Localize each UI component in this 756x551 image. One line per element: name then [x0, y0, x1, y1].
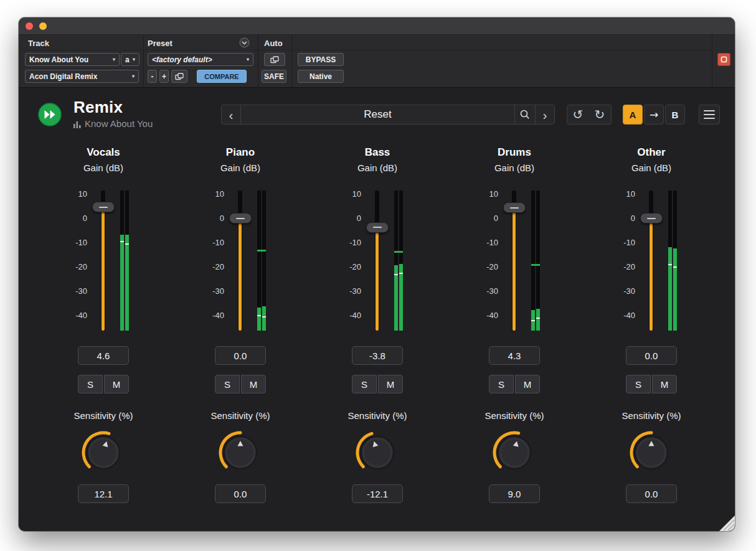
fader-scale-label: -40: [623, 311, 635, 320]
gain-fader-track[interactable]: [238, 191, 242, 331]
gain-fader-track[interactable]: [649, 191, 653, 331]
sensitivity-value-field[interactable]: 0.0: [626, 484, 677, 503]
close-button[interactable]: [26, 22, 33, 30]
native-button[interactable]: Native: [298, 70, 344, 83]
target-button[interactable]: [717, 53, 730, 66]
track-selector[interactable]: Know About You ▾: [25, 53, 120, 66]
auto-enable-button[interactable]: [264, 53, 285, 66]
compare-button[interactable]: COMPARE: [197, 70, 247, 83]
meter-left-channel: [531, 191, 535, 331]
gain-value-field[interactable]: 4.3: [489, 346, 540, 365]
sensitivity-knob[interactable]: [79, 428, 128, 477]
solo-mute-group: S M: [489, 375, 540, 393]
gain-value-field[interactable]: 0.0: [215, 346, 266, 365]
meter-peak-line: [120, 241, 124, 242]
sensitivity-value-field[interactable]: 9.0: [489, 484, 540, 503]
host-toolbar: Track Preset Auto Know About You ▾ a ▾ <…: [19, 35, 735, 88]
level-meter: [668, 191, 677, 331]
channel-name: Bass: [365, 145, 390, 160]
sensitivity-value-field[interactable]: -12.1: [352, 484, 403, 503]
window-titlebar[interactable]: [19, 17, 735, 35]
previous-preset-button[interactable]: ‹: [222, 105, 240, 124]
gain-label: Gain (dB): [357, 161, 397, 175]
mute-button[interactable]: M: [104, 375, 129, 393]
gain-fader-handle[interactable]: [640, 213, 663, 224]
preset-name-value: Reset: [364, 108, 391, 121]
solo-button[interactable]: S: [352, 375, 377, 393]
gain-fader-handle[interactable]: [92, 202, 115, 212]
sensitivity-value-field[interactable]: 0.0: [215, 484, 266, 503]
redo-button[interactable]: ↻: [588, 105, 612, 125]
preset-increment-button[interactable]: +: [159, 70, 169, 83]
fader-scale-label: -10: [349, 238, 361, 247]
sensitivity-value-field[interactable]: 12.1: [78, 484, 129, 503]
meter-right-channel: [536, 191, 540, 331]
meter-left-channel: [120, 191, 124, 331]
next-preset-button[interactable]: ›: [536, 105, 554, 124]
sensitivity-label: Sensitivity (%): [621, 410, 681, 422]
gain-fader-track[interactable]: [375, 191, 379, 331]
automation-icon: [270, 56, 279, 64]
chevron-down-icon: ▾: [113, 57, 115, 62]
ab-copy-arrow-button[interactable]: →: [644, 105, 664, 125]
gain-value-field[interactable]: 4.6: [78, 346, 129, 365]
fader-fill: [513, 207, 516, 331]
resize-grip[interactable]: [719, 515, 735, 531]
fader-scale-label: 0: [83, 214, 87, 223]
channel-strip-drums: Drums Gain (dB) 100-10-20-30-40 4.3 S M …: [446, 145, 583, 503]
gain-value-field[interactable]: 0.0: [626, 346, 677, 365]
undo-button[interactable]: ↺: [567, 105, 589, 125]
toolbar-separator: [291, 35, 292, 87]
meter-left-channel: [668, 191, 672, 331]
fader-area: 100-10-20-30-40: [172, 180, 309, 336]
meter-right-channel: [673, 191, 677, 331]
remix-logo-icon: [38, 103, 62, 126]
bypass-button[interactable]: BYPASS: [298, 53, 344, 66]
sensitivity-knob[interactable]: [216, 428, 265, 477]
copy-preset-button[interactable]: [171, 70, 187, 83]
safe-button[interactable]: SAFE: [262, 70, 286, 83]
fader-scale-label: 0: [494, 214, 498, 223]
preset-selector[interactable]: <factory default> ▾: [148, 53, 253, 66]
search-icon: [519, 109, 531, 120]
minimize-button[interactable]: [39, 22, 47, 30]
fader-handle-line: [99, 207, 108, 208]
gain-fader-handle[interactable]: [229, 213, 252, 224]
mute-button[interactable]: M: [378, 375, 403, 393]
preset-decrement-button[interactable]: -: [148, 70, 157, 83]
toolbar-separator: [258, 35, 258, 87]
ab-compare-a-button[interactable]: A: [623, 105, 643, 125]
solo-button[interactable]: S: [78, 375, 103, 393]
gain-fader-handle[interactable]: [366, 222, 389, 233]
fader-scale-label: 0: [357, 214, 361, 223]
preset-name-field[interactable]: Reset: [240, 105, 514, 124]
mute-button[interactable]: M: [241, 375, 266, 393]
solo-button[interactable]: S: [626, 375, 651, 393]
solo-button[interactable]: S: [215, 375, 240, 393]
fader-scale-label: -40: [349, 311, 361, 320]
hamburger-icon: [704, 110, 715, 119]
mute-button[interactable]: M: [652, 375, 677, 393]
preset-menu-icon[interactable]: [239, 37, 250, 48]
level-meter: [531, 191, 540, 331]
meter-peak-line: [262, 316, 266, 318]
search-preset-button[interactable]: [514, 105, 536, 124]
channel-strip-bass: Bass Gain (dB) 100-10-20-30-40 -3.8 S M …: [309, 145, 446, 503]
mute-button[interactable]: M: [515, 375, 540, 393]
sensitivity-knob[interactable]: [490, 428, 539, 477]
sensitivity-knob[interactable]: [627, 428, 676, 477]
fader-scale-label: 10: [489, 189, 498, 199]
menu-button[interactable]: [699, 105, 720, 125]
ab-compare-b-button[interactable]: B: [665, 105, 685, 125]
meter-fill: [536, 309, 540, 331]
track-variant-selector[interactable]: a ▾: [121, 53, 139, 66]
plugin-selector[interactable]: Acon Digital Remix ▾: [25, 70, 139, 83]
fader-scale-label: 10: [352, 189, 361, 199]
solo-button[interactable]: S: [489, 375, 514, 393]
meter-peak-line: [531, 320, 535, 321]
fader-scale-label: -40: [486, 311, 498, 320]
meter-fill: [125, 235, 129, 331]
gain-value-field[interactable]: -3.8: [352, 346, 403, 365]
sensitivity-knob[interactable]: [353, 428, 402, 477]
gain-fader-handle[interactable]: [503, 202, 526, 213]
